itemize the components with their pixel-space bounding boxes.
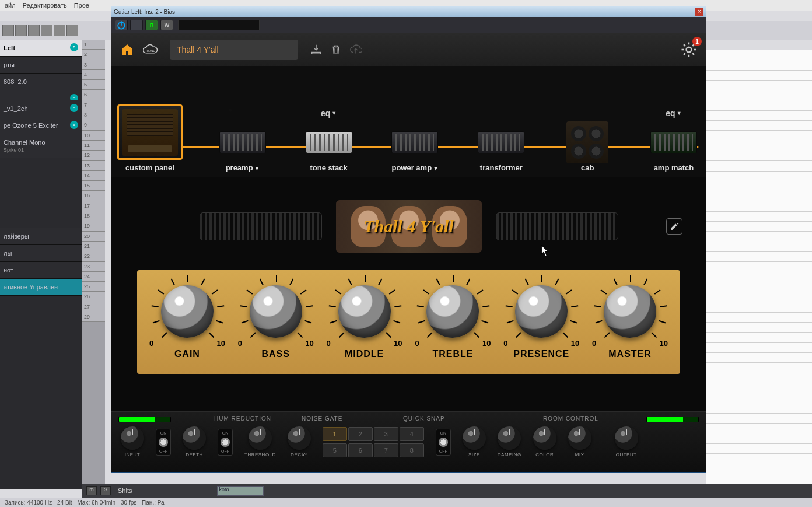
- chain-tone-stack[interactable]: eq tone stack: [303, 125, 355, 172]
- close-icon[interactable]: ×: [695, 8, 704, 16]
- track-number[interactable]: 19: [82, 221, 105, 231]
- read-automation-button[interactable]: R: [145, 20, 158, 30]
- inspector-item[interactable]: pe Ozone 5 Excitere: [0, 117, 82, 134]
- quicksnap-slot-7[interactable]: 7: [374, 443, 398, 457]
- quicksnap-slot-8[interactable]: 8: [400, 443, 424, 457]
- track-number[interactable]: 23: [82, 262, 105, 272]
- size-knob[interactable]: SIZE: [463, 426, 486, 457]
- chain-power-amp[interactable]: power amp: [388, 125, 441, 172]
- quicksnap-slot-1[interactable]: 1: [323, 427, 347, 441]
- track-number[interactable]: 26: [82, 292, 105, 302]
- inspector-item[interactable]: e: [0, 90, 82, 100]
- menu-project[interactable]: Прое: [74, 2, 89, 9]
- write-automation-button[interactable]: W: [160, 20, 173, 30]
- amp-knob-gain[interactable]: 010GAIN: [149, 285, 225, 359]
- inspector-item[interactable]: нот: [0, 262, 82, 279]
- power-icon[interactable]: [115, 20, 128, 30]
- track-number[interactable]: 18: [82, 211, 105, 221]
- noise-toggle[interactable]: ONOFF: [218, 429, 233, 456]
- chain-amp-match[interactable]: eq amp match: [648, 125, 700, 172]
- track-number[interactable]: 12: [82, 151, 105, 160]
- track-number[interactable]: 20: [82, 232, 105, 242]
- mix-knob[interactable]: MIX: [568, 426, 592, 457]
- arrangement-grid[interactable]: [706, 50, 812, 489]
- quicksnap-slot-5[interactable]: 5: [323, 443, 347, 457]
- color-knob[interactable]: COLOR: [533, 426, 556, 457]
- quicksnap-slot-4[interactable]: 4: [400, 427, 424, 441]
- decay-knob[interactable]: DECAY: [288, 426, 311, 457]
- save-icon[interactable]: [310, 43, 323, 56]
- midi-clip[interactable]: koto: [217, 486, 264, 496]
- input-knob[interactable]: INPUT: [121, 426, 144, 457]
- preset-name-display[interactable]: Thall 4 Y'all: [170, 40, 298, 60]
- damping-knob[interactable]: DAMPING: [498, 426, 522, 457]
- menu-file[interactable]: айл: [5, 2, 16, 9]
- preset-dropdown[interactable]: [178, 20, 260, 30]
- eq-insert-icon[interactable]: eq: [321, 109, 337, 118]
- track-number[interactable]: 29: [82, 312, 105, 322]
- track-number[interactable]: 14: [82, 171, 105, 181]
- room-toggle[interactable]: ONOFF: [436, 429, 451, 456]
- toolbar-btn[interactable]: [41, 25, 52, 36]
- upload-cloud-icon[interactable]: [349, 43, 362, 56]
- edit-icon[interactable]: e: [70, 43, 78, 51]
- eq-insert-icon[interactable]: eq: [666, 109, 681, 118]
- amp-knob-presence[interactable]: 010PRESENCE: [503, 285, 579, 359]
- track-number[interactable]: 8: [82, 110, 105, 120]
- inspector-item[interactable]: Channel MonoSpike 01: [0, 134, 82, 158]
- chain-custom-panel[interactable]: custom panel: [117, 104, 183, 172]
- track-number[interactable]: 7: [82, 100, 105, 110]
- tonecloud-icon[interactable]: TONE: [142, 43, 159, 56]
- hum-toggle[interactable]: ONOFF: [156, 429, 171, 456]
- toolbar-btn[interactable]: [66, 25, 78, 36]
- inspector-item[interactable]: лайзеры: [0, 228, 82, 245]
- track-number[interactable]: 24: [82, 272, 105, 282]
- track-header[interactable]: Left▸e: [0, 40, 82, 57]
- home-icon[interactable]: [120, 43, 135, 57]
- amp-knob-middle[interactable]: 010MIDDLE: [327, 285, 402, 359]
- inspector-item[interactable]: лы: [0, 245, 82, 262]
- track-number[interactable]: 4: [82, 70, 105, 80]
- mute-button[interactable]: m: [86, 486, 97, 495]
- track-number[interactable]: 6: [82, 90, 105, 100]
- track-number[interactable]: 2: [82, 50, 105, 60]
- edit-panel-icon[interactable]: [666, 218, 682, 235]
- track-number[interactable]: 9: [82, 120, 105, 130]
- quicksnap-slot-6[interactable]: 6: [348, 443, 373, 457]
- track-number[interactable]: 15: [82, 181, 105, 191]
- edit-icon[interactable]: e: [70, 104, 78, 112]
- chain-preamp[interactable]: preamp: [216, 125, 269, 172]
- inspector-item[interactable]: _v1_2che: [0, 100, 82, 117]
- track-number[interactable]: 27: [82, 302, 105, 312]
- inspector-item[interactable]: рты: [0, 57, 82, 74]
- edit-icon[interactable]: e: [70, 121, 78, 129]
- quicksnap-slot-3[interactable]: 3: [374, 427, 398, 441]
- plugin-titlebar[interactable]: Gutiar Left: Ins. 2 - Bias ×: [111, 6, 706, 17]
- track-number[interactable]: 25: [82, 282, 105, 292]
- track-number[interactable]: 17: [82, 201, 105, 211]
- track-number[interactable]: 22: [82, 251, 105, 261]
- inspector-item[interactable]: 808_2.0: [0, 74, 82, 90]
- threshold-knob[interactable]: THRESHOLD: [244, 426, 276, 457]
- track-number[interactable]: 10: [82, 131, 105, 141]
- amp-knob-bass[interactable]: 010BASS: [238, 285, 314, 359]
- track-number[interactable]: 1: [82, 40, 105, 50]
- track-number[interactable]: 16: [82, 191, 105, 201]
- quicksnap-slot-2[interactable]: 2: [348, 427, 373, 441]
- amp-knob-master[interactable]: 010MASTER: [592, 285, 668, 359]
- amp-knob-treble[interactable]: 010TREBLE: [415, 285, 491, 359]
- chain-cab[interactable]: cab: [561, 125, 614, 172]
- track-number[interactable]: 5: [82, 80, 105, 90]
- toolbar-btn[interactable]: [54, 25, 65, 36]
- bypass-button[interactable]: [130, 20, 143, 30]
- toolbar-btn[interactable]: [28, 25, 40, 36]
- track-number[interactable]: 21: [82, 242, 105, 251]
- trash-icon[interactable]: [330, 43, 342, 56]
- chain-transformer[interactable]: transformer: [475, 125, 527, 172]
- menu-edit[interactable]: Редактировать: [23, 2, 67, 9]
- output-knob[interactable]: OUTPUT: [615, 426, 638, 457]
- track-number[interactable]: 11: [82, 141, 105, 151]
- toolbar-btn[interactable]: [15, 25, 27, 36]
- track-number[interactable]: 13: [82, 161, 105, 171]
- solo-button[interactable]: S: [100, 486, 111, 495]
